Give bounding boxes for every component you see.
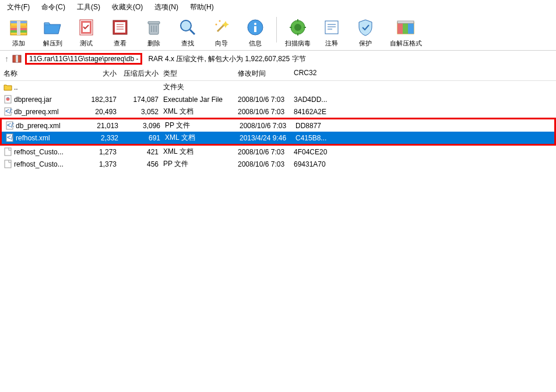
menu-options[interactable]: 选项(N) (152, 1, 181, 13)
sfx-button[interactable]: 自解压格式 (385, 17, 426, 48)
file-list[interactable]: ..文件夹dbprereq.jar182,317174,087Executabl… (0, 81, 556, 392)
file-size: 1,273 (86, 148, 121, 156)
header-size[interactable]: 大小 (86, 69, 121, 79)
test-icon (76, 17, 97, 38)
file-packed-size: 3,052 (121, 108, 163, 116)
file-packed-size: 421 (121, 148, 163, 156)
file-crc: 69431A70 (294, 160, 352, 168)
menu-tools[interactable]: 工具(S) (75, 1, 103, 13)
svg-rect-15 (148, 22, 160, 24)
file-name: db_prereq.xml (14, 108, 59, 116)
file-size: 2,332 (88, 134, 123, 142)
file-size: 21,013 (88, 122, 123, 130)
info-button[interactable]: 信息 (241, 17, 269, 48)
file-type: PP 文件 (165, 121, 240, 130)
file-row[interactable]: </>refhost.xml2,332691XML 文档2013/4/24 9:… (2, 132, 554, 144)
header-modified[interactable]: 修改时间 (238, 69, 294, 79)
archive-icon (8, 17, 29, 38)
info-icon (245, 17, 266, 38)
virus-icon (287, 17, 308, 38)
menu-bar: 文件(F) 命令(C) 工具(S) 收藏夹(O) 选项(N) 帮助(H) (0, 0, 556, 15)
menu-favorites[interactable]: 收藏夹(O) (110, 1, 145, 13)
add-button[interactable]: 添加 (5, 17, 33, 48)
file-row[interactable]: </>db_prereq.xml20,4933,052XML 文档2008/10… (0, 105, 556, 118)
file-modified: 2008/10/6 7:03 (240, 122, 295, 130)
svg-point-22 (216, 24, 217, 26)
file-type: XML 文档 (163, 147, 238, 157)
file-type-icon: </> (5, 121, 14, 130)
archive-small-icon (12, 54, 22, 63)
menu-help[interactable]: 帮助(H) (188, 1, 216, 13)
svg-point-28 (294, 24, 301, 31)
find-label: 查找 (181, 39, 194, 48)
find-button[interactable]: 查找 (174, 17, 202, 48)
menu-command[interactable]: 命令(C) (39, 1, 68, 13)
archive-status: RAR 4.x 压缩文件, 解包大小为 1,922,607,825 字节 (148, 54, 305, 64)
svg-rect-38 (397, 22, 403, 34)
wizard-button[interactable]: 向导 (207, 17, 235, 48)
view-label: 查看 (114, 39, 126, 48)
file-crc: 3AD4DD... (294, 96, 352, 104)
header-packed[interactable]: 压缩后大小 (121, 69, 163, 79)
highlight-box: </>db_prereq.xml21,0133,096PP 文件2008/10/… (0, 118, 556, 146)
file-modified: 2013/4/24 9:46 (240, 134, 295, 142)
protect-button[interactable]: 保护 (351, 17, 379, 48)
file-size: 182,317 (86, 96, 121, 104)
file-row[interactable]: ..文件夹 (0, 81, 556, 93)
file-row[interactable]: dbprereq.jar182,317174,087Executable Jar… (0, 93, 556, 105)
file-type: XML 文档 (163, 107, 238, 116)
file-modified: 2008/10/6 7:03 (238, 108, 294, 116)
view-button[interactable]: 查看 (106, 17, 134, 48)
file-type-icon (3, 95, 12, 104)
scan-button[interactable]: 扫描病毒 (284, 17, 312, 48)
note-icon (321, 17, 342, 38)
file-name: refhost.xml (16, 134, 50, 142)
svg-rect-39 (403, 22, 408, 34)
path-bar: ↑ 11G.rar\11G\11G\stage\prereq\db - RAR … (0, 51, 556, 67)
comment-button[interactable]: 注释 (318, 17, 346, 48)
wizard-label: 向导 (215, 39, 228, 48)
shield-icon (355, 17, 376, 38)
file-row[interactable]: refhost_Custo...1,373456PP 文件2008/10/6 7… (0, 158, 556, 170)
svg-rect-10 (115, 22, 125, 33)
file-modified: 2008/10/6 7:03 (238, 160, 294, 168)
svg-text:</>: </> (7, 133, 14, 142)
svg-rect-33 (325, 21, 338, 34)
search-icon (177, 17, 198, 38)
up-arrow-icon[interactable]: ↑ (5, 54, 9, 63)
header-crc[interactable]: CRC32 (294, 69, 352, 79)
menu-file[interactable]: 文件(F) (5, 1, 32, 13)
svg-rect-41 (397, 21, 414, 23)
book-icon (110, 17, 131, 38)
info-label: 信息 (249, 39, 262, 48)
header-name[interactable]: 名称 (0, 69, 86, 79)
test-label: 测试 (80, 39, 93, 48)
svg-rect-53 (5, 160, 11, 168)
svg-point-25 (254, 23, 256, 25)
file-type-icon: </> (3, 107, 12, 116)
file-row[interactable]: refhost_Custo...1,273421XML 文档2008/10/6 … (0, 146, 556, 158)
comment-label: 注释 (325, 39, 338, 48)
file-name: .. (14, 83, 18, 91)
file-packed-size: 3,096 (123, 122, 165, 130)
file-size: 20,493 (86, 108, 121, 116)
delete-label: 删除 (147, 39, 160, 48)
file-crc: DD8877 (295, 122, 354, 130)
svg-text:</>: </> (5, 107, 12, 115)
protect-label: 保护 (359, 39, 372, 48)
folder-open-icon (42, 17, 63, 38)
file-type: 文件夹 (163, 82, 238, 92)
file-size: 1,373 (86, 160, 121, 168)
sfx-label: 自解压格式 (390, 39, 422, 48)
header-type[interactable]: 类型 (163, 69, 238, 79)
file-name: db_prereq.xml (16, 122, 61, 130)
extract-label: 解压到 (43, 39, 62, 48)
delete-button[interactable]: 删除 (140, 17, 168, 48)
test-button[interactable]: 测试 (72, 17, 100, 48)
path-highlighted[interactable]: 11G.rar\11G\11G\stage\prereq\db - (25, 53, 142, 65)
svg-line-20 (190, 30, 195, 34)
extract-button[interactable]: 解压到 (38, 17, 66, 48)
svg-point-19 (181, 20, 191, 31)
file-row[interactable]: </>db_prereq.xml21,0133,096PP 文件2008/10/… (2, 119, 554, 132)
file-modified: 2008/10/6 7:03 (238, 96, 294, 104)
